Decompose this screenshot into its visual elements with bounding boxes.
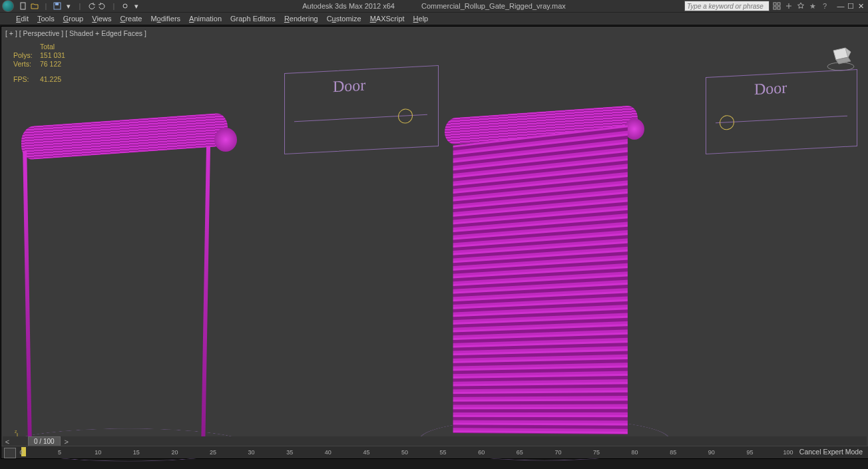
timeline-tick: 40 xyxy=(325,449,331,456)
door-control-left[interactable]: Door xyxy=(284,65,439,154)
qat-separator: | xyxy=(75,1,85,11)
timeline-tick: 95 xyxy=(746,449,753,456)
door-control-right[interactable]: Door xyxy=(706,69,857,154)
communication-icon[interactable] xyxy=(796,1,805,11)
time-slider-prev-icon[interactable]: < xyxy=(3,438,12,446)
gate-left-rail-l xyxy=(23,152,32,438)
gate-right-panel xyxy=(453,125,628,434)
menu-edit[interactable]: Edit xyxy=(12,13,33,24)
file-title: Commercial_Rollup_Gate_Rigged_vray.max xyxy=(421,2,566,10)
timeline-tick: 35 xyxy=(286,449,293,456)
maximize-icon[interactable]: ☐ xyxy=(846,2,855,10)
timeline-ruler[interactable]: 0510152025303540455055606570758085909510… xyxy=(21,446,788,458)
menu-views[interactable]: Views xyxy=(88,13,115,24)
svg-rect-2 xyxy=(55,3,59,5)
timeline-tick: 10 xyxy=(95,449,101,456)
timeline-tick: 55 xyxy=(440,449,447,456)
quick-access-toolbar: | ▾ | | ▾ xyxy=(19,1,141,11)
gate-left-rail-r xyxy=(201,146,210,452)
time-slider-thumb[interactable]: 0 / 100 xyxy=(28,436,61,446)
timeline-tick: 30 xyxy=(248,449,255,456)
menu-group[interactable]: Group xyxy=(59,13,88,24)
svg-rect-0 xyxy=(21,3,25,9)
door-control-right-track xyxy=(716,116,847,123)
new-file-icon[interactable] xyxy=(19,1,28,11)
time-slider[interactable]: < 0 / 100 > xyxy=(3,436,867,446)
timeline-tick: 65 xyxy=(517,449,523,456)
svg-rect-4 xyxy=(777,3,780,5)
search-go-icon[interactable] xyxy=(772,1,781,11)
svg-text:z: z xyxy=(15,429,17,434)
timeline-tick: 15 xyxy=(133,449,140,456)
time-slider-next-icon[interactable]: > xyxy=(62,438,71,446)
timeline-tick: 20 xyxy=(171,449,178,456)
timeline-tick: 45 xyxy=(363,449,369,456)
qat-chevron-icon[interactable]: ▾ xyxy=(132,1,141,11)
toggle-icon[interactable] xyxy=(784,1,793,11)
timeline-tick: 5 xyxy=(58,449,61,456)
timeline-tick: 70 xyxy=(554,449,561,456)
minimize-icon[interactable]: — xyxy=(836,2,845,10)
menu-help[interactable]: Help xyxy=(409,13,433,24)
menu-create[interactable]: Create xyxy=(116,13,146,24)
timeline: 0510152025303540455055606570758085909510… xyxy=(1,446,868,458)
door-control-right-handle[interactable] xyxy=(720,115,734,130)
door-control-left-label: Door xyxy=(333,77,365,96)
menu-bar: Edit Tools Group Views Create Modifiers … xyxy=(0,13,868,25)
viewport[interactable]: [ + ] [ Perspective ] [ Shaded + Edged F… xyxy=(1,26,868,459)
timeline-tick: 85 xyxy=(670,449,676,456)
svg-rect-6 xyxy=(777,7,780,9)
app-title: Autodesk 3ds Max 2012 x64 xyxy=(302,2,395,10)
timeline-tick: 100 xyxy=(783,449,793,456)
timeline-tick: 90 xyxy=(708,449,715,456)
svg-rect-5 xyxy=(773,7,776,9)
menu-maxscript[interactable]: MAXScript xyxy=(366,13,409,24)
save-file-icon[interactable] xyxy=(53,1,62,11)
redo-icon[interactable] xyxy=(98,1,107,11)
undo-icon[interactable] xyxy=(87,1,96,11)
menu-animation[interactable]: Animation xyxy=(185,13,226,24)
menu-tools[interactable]: Tools xyxy=(33,13,59,24)
menu-rendering[interactable]: Rendering xyxy=(280,13,322,24)
qat-dropdown-icon[interactable]: ▾ xyxy=(64,1,73,11)
menu-customize[interactable]: Customize xyxy=(323,13,365,24)
timeline-tick: 75 xyxy=(593,449,600,456)
close-icon[interactable]: ✕ xyxy=(856,2,865,10)
gate-right xyxy=(441,100,660,459)
open-file-icon[interactable] xyxy=(30,1,39,11)
menu-modifiers[interactable]: Modifiers xyxy=(146,13,184,24)
timeline-tick: 60 xyxy=(478,449,485,456)
help-icon[interactable]: ? xyxy=(820,1,829,11)
link-icon[interactable] xyxy=(120,1,130,11)
title-bar: | ▾ | | ▾ Autodesk 3ds Max 2012 x64 Comm… xyxy=(0,0,868,13)
favorite-icon[interactable]: ★ xyxy=(808,1,817,11)
timeline-tick: 25 xyxy=(210,449,216,456)
timeline-tick: 0 xyxy=(19,449,23,456)
timeline-tick: 80 xyxy=(632,449,638,456)
door-control-right-label: Door xyxy=(754,79,787,99)
menu-graph-editors[interactable]: Graph Editors xyxy=(226,13,280,24)
timeline-key-mode-icon[interactable] xyxy=(4,448,16,458)
door-control-left-handle[interactable] xyxy=(398,108,413,124)
gate-left-endcap xyxy=(214,128,237,152)
gate-left-roll xyxy=(21,112,228,160)
cancel-expert-mode-button[interactable]: Cancel Expert Mode xyxy=(799,448,863,456)
help-search-input[interactable] xyxy=(684,1,769,11)
gate-left xyxy=(15,100,241,446)
scene-content: Door Door xyxy=(1,27,868,458)
qat-separator: | xyxy=(41,1,51,11)
app-logo-icon xyxy=(2,0,14,12)
svg-rect-3 xyxy=(773,3,776,5)
qat-separator: | xyxy=(109,1,118,11)
timeline-tick: 50 xyxy=(401,449,408,456)
